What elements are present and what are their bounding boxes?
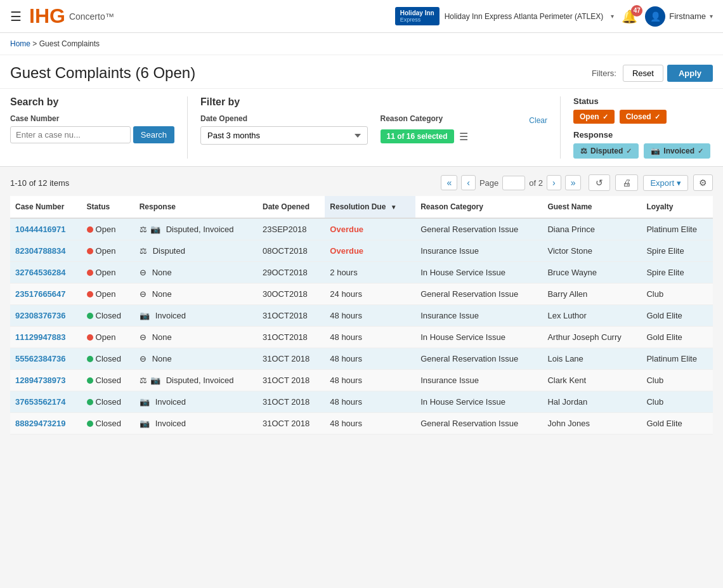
col-date-opened[interactable]: Date Opened bbox=[257, 196, 325, 218]
settings-button[interactable]: ⚙ bbox=[693, 174, 713, 191]
first-page-button[interactable]: « bbox=[441, 175, 457, 190]
breadcrumb: Home > Guest Complaints bbox=[0, 33, 723, 55]
page-number-input[interactable] bbox=[502, 176, 525, 190]
status-text: Open bbox=[96, 289, 116, 299]
date-opened-label: Date Opened bbox=[200, 114, 368, 123]
status-cell: Open bbox=[87, 246, 129, 256]
status-text: Closed bbox=[96, 311, 121, 320]
case-number-link[interactable]: 55562384736 bbox=[15, 354, 66, 363]
invoiced-check-icon: ✓ bbox=[698, 147, 703, 155]
user-chevron-icon: ▾ bbox=[710, 13, 713, 20]
status-chips: Open ✓ Closed ✓ bbox=[573, 110, 713, 124]
col-loyalty[interactable]: Loyalty bbox=[641, 196, 713, 218]
table-row: 82304788834Open⚖Disputed08OCT2018Overdue… bbox=[10, 240, 713, 262]
filters-label: Filters: bbox=[592, 69, 616, 78]
case-number-link[interactable]: 11129947883 bbox=[15, 332, 66, 342]
case-number-link[interactable]: 32764536284 bbox=[15, 268, 66, 277]
status-open-chip[interactable]: Open ✓ bbox=[573, 110, 615, 124]
hotel-chevron-icon[interactable]: ▾ bbox=[611, 13, 614, 20]
status-text: Closed bbox=[96, 376, 121, 385]
reason-category-cell: Insurance Issue bbox=[415, 305, 542, 327]
user-menu[interactable]: 👤 Firstname ▾ bbox=[645, 6, 713, 27]
table-row: 88829473219Closed📷Invoiced31OCT 201848 h… bbox=[10, 413, 713, 434]
status-cell: Closed bbox=[87, 376, 129, 385]
case-number-link[interactable]: 37653562174 bbox=[15, 397, 66, 407]
avatar-icon: 👤 bbox=[650, 11, 661, 22]
date-opened-cell: 23SEP2018 bbox=[257, 218, 325, 240]
refresh-button[interactable]: ↺ bbox=[589, 174, 610, 191]
status-dot bbox=[87, 356, 93, 362]
status-closed-chip[interactable]: Closed ✓ bbox=[620, 110, 667, 124]
response-disputed-chip[interactable]: ⚖ Disputed ✓ bbox=[573, 143, 639, 159]
col-response[interactable]: Response bbox=[134, 196, 257, 218]
prev-page-button[interactable]: ‹ bbox=[461, 175, 476, 190]
last-page-button[interactable]: » bbox=[565, 175, 582, 190]
hamburger-icon[interactable]: ☰ bbox=[10, 9, 22, 24]
next-page-button[interactable]: › bbox=[547, 175, 561, 190]
response-cell: ⚖📷Disputed, Invoiced bbox=[140, 225, 252, 234]
none-icon: ⊖ bbox=[140, 354, 147, 363]
status-dot bbox=[87, 248, 93, 254]
status-text: Open bbox=[96, 332, 116, 342]
data-table: Case Number Status Response Date Opened … bbox=[10, 196, 713, 434]
table-row: 10444416971Open⚖📷Disputed, Invoiced23SEP… bbox=[10, 218, 713, 240]
response-invoiced-chip[interactable]: 📷 Invoiced ✓ bbox=[644, 143, 710, 159]
disputed-icon: ⚖ bbox=[140, 246, 147, 256]
reason-list-icon[interactable]: ☰ bbox=[459, 131, 468, 143]
none-icon: ⊖ bbox=[140, 332, 147, 342]
breadcrumb-home[interactable]: Home bbox=[10, 39, 30, 48]
status-cell: Closed bbox=[87, 311, 129, 320]
case-number-link[interactable]: 92308376736 bbox=[15, 311, 66, 320]
apply-button[interactable]: Apply bbox=[667, 65, 713, 82]
table-row: 11129947883Open⊖None31OCT201848 hoursIn … bbox=[10, 327, 713, 348]
clear-filter-link[interactable]: Clear bbox=[529, 116, 547, 125]
invoiced-icon: 📷 bbox=[140, 397, 150, 407]
status-cell: Open bbox=[87, 225, 129, 234]
reason-selected-badge[interactable]: 11 of 16 selected bbox=[381, 129, 454, 143]
col-resolution-due[interactable]: Resolution Due ▼ bbox=[325, 196, 415, 218]
col-status[interactable]: Status bbox=[82, 196, 134, 218]
status-cell: Closed bbox=[87, 419, 129, 428]
case-number-link[interactable]: 23517665647 bbox=[15, 289, 66, 299]
table-row: 55562384736Closed⊖None31OCT 201848 hours… bbox=[10, 348, 713, 370]
response-text: None bbox=[152, 289, 172, 299]
date-opened-select[interactable]: Past 3 months bbox=[200, 126, 368, 145]
status-text: Closed bbox=[96, 419, 121, 428]
case-number-link[interactable]: 88829473219 bbox=[15, 419, 66, 428]
loyalty-cell: Platinum Elite bbox=[641, 218, 713, 240]
loyalty-cell: Platinum Elite bbox=[641, 348, 713, 370]
closed-label: Closed bbox=[626, 112, 651, 121]
pagination: « ‹ Page of 2 › » bbox=[441, 175, 581, 190]
status-cell: Open bbox=[87, 289, 129, 299]
col-reason-category[interactable]: Reason Category bbox=[415, 196, 542, 218]
case-number-input[interactable] bbox=[10, 126, 131, 143]
page-title: Guest Complaints (6 Open) bbox=[10, 64, 592, 82]
table-section: 1-10 of 12 items « ‹ Page of 2 › » ↺ 🖨 E… bbox=[0, 167, 723, 442]
loyalty-cell: Gold Elite bbox=[641, 305, 713, 327]
overdue-text: Overdue bbox=[330, 246, 363, 256]
guest-name-cell: Arthur Joseph Curry bbox=[542, 327, 641, 348]
reason-category-cell: General Reservation Issue bbox=[415, 218, 542, 240]
loyalty-cell: Gold Elite bbox=[641, 327, 713, 348]
guest-name-cell: Lois Lane bbox=[542, 348, 641, 370]
col-case-number[interactable]: Case Number bbox=[10, 196, 82, 218]
response-cell: ⚖Disputed bbox=[140, 246, 252, 256]
case-number-link[interactable]: 82304788834 bbox=[15, 246, 66, 256]
response-text: None bbox=[152, 332, 172, 342]
hotel-info[interactable]: Holiday Inn Express Holiday Inn Express … bbox=[395, 7, 614, 25]
date-opened-cell: 31OCT2018 bbox=[257, 327, 325, 348]
response-text: Invoiced bbox=[155, 397, 186, 407]
loyalty-cell: Club bbox=[641, 284, 713, 305]
print-button[interactable]: 🖨 bbox=[615, 174, 638, 191]
notification-bell[interactable]: 🔔 47 bbox=[622, 9, 637, 24]
export-button[interactable]: Export ▾ bbox=[643, 175, 688, 191]
invoiced-label: Invoiced bbox=[663, 147, 694, 155]
response-text: None bbox=[152, 354, 172, 363]
case-number-link[interactable]: 12894738973 bbox=[15, 376, 66, 385]
case-number-link[interactable]: 10444416971 bbox=[15, 225, 66, 234]
col-guest-name[interactable]: Guest Name bbox=[542, 196, 641, 218]
search-button[interactable]: Search bbox=[133, 126, 174, 143]
hotel-badge-line2: Express bbox=[400, 16, 434, 23]
reset-button[interactable]: Reset bbox=[623, 65, 663, 82]
loyalty-cell: Gold Elite bbox=[641, 413, 713, 434]
